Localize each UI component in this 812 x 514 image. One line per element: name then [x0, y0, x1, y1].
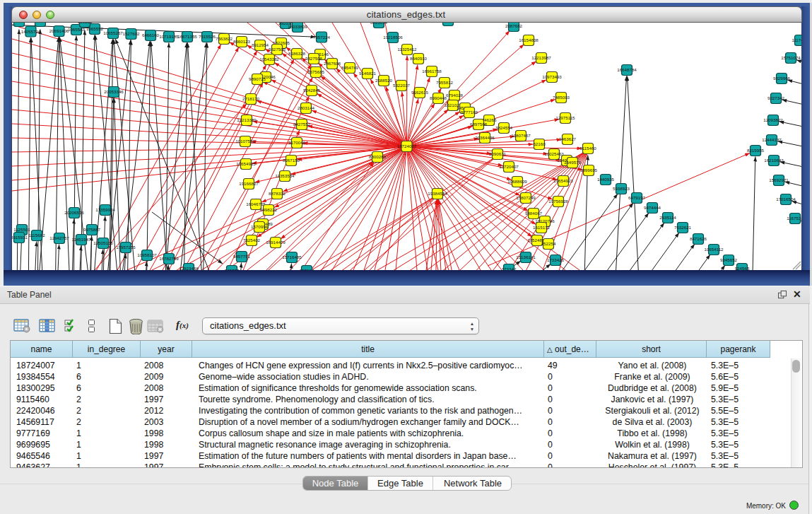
svg-text:2069140: 2069140: [32, 23, 49, 23]
svg-text:10654112: 10654112: [704, 247, 724, 252]
svg-text:7357224: 7357224: [313, 35, 331, 40]
svg-text:6897568: 6897568: [470, 122, 488, 127]
svg-text:16961758: 16961758: [422, 69, 442, 74]
svg-text:10688609: 10688609: [507, 179, 527, 184]
svg-text:16648784: 16648784: [617, 67, 637, 72]
svg-text:11353534: 11353534: [275, 173, 295, 178]
svg-text:17957255: 17957255: [116, 245, 136, 250]
svg-text:9115460: 9115460: [579, 146, 596, 151]
svg-text:12975115: 12975115: [555, 115, 575, 120]
svg-text:1649579: 1649579: [564, 160, 582, 165]
svg-text:5322037: 5322037: [393, 83, 411, 88]
svg-text:7955812: 7955812: [436, 80, 454, 85]
svg-text:3915931: 3915931: [12, 235, 28, 240]
svg-text:2867608: 2867608: [324, 61, 341, 66]
svg-text:9146821: 9146821: [359, 71, 377, 76]
svg-text:6466160: 6466160: [142, 33, 160, 37]
svg-text:252254: 252254: [541, 241, 556, 246]
svg-text:945779: 945779: [225, 268, 240, 270]
svg-text:7563822: 7563822: [216, 36, 233, 41]
svg-text:2588520: 2588520: [375, 78, 393, 83]
svg-text:10107552: 10107552: [235, 139, 255, 144]
svg-text:20691406: 20691406: [49, 28, 69, 33]
svg-text:2935114: 2935114: [659, 215, 676, 220]
svg-text:15807249: 15807249: [516, 195, 536, 200]
svg-text:15692971: 15692971: [769, 177, 789, 182]
svg-text:7625402: 7625402: [243, 238, 261, 243]
svg-text:11325412: 11325412: [397, 47, 417, 52]
svg-text:12213987: 12213987: [531, 55, 551, 60]
svg-text:2718170: 2718170: [242, 96, 260, 101]
svg-text:16154808: 16154808: [519, 37, 539, 42]
svg-text:8427552: 8427552: [293, 122, 311, 127]
svg-text:9777169: 9777169: [461, 110, 478, 115]
svg-text:10654925: 10654925: [236, 161, 256, 166]
svg-text:20206576: 20206576: [64, 210, 84, 215]
svg-text:7515526: 7515526: [199, 34, 216, 39]
svg-text:19756928: 19756928: [548, 199, 568, 204]
svg-text:8813054: 8813054: [370, 23, 388, 25]
svg-text:12505135: 12505135: [93, 240, 113, 245]
svg-text:5675685: 5675685: [307, 69, 325, 74]
svg-text:1065583: 1065583: [68, 27, 86, 32]
svg-text:20053346: 20053346: [104, 89, 124, 94]
svg-text:12923468: 12923468: [179, 266, 199, 270]
svg-text:9457791: 9457791: [233, 254, 251, 259]
svg-text:8878332: 8878332: [269, 191, 286, 196]
svg-text:8640910: 8640910: [410, 56, 428, 61]
svg-text:8186328: 8186328: [288, 51, 306, 56]
svg-text:2803144: 2803144: [298, 105, 315, 110]
svg-text:2090631: 2090631: [489, 151, 507, 156]
svg-text:19218506: 19218506: [383, 35, 403, 40]
svg-text:173342: 173342: [502, 267, 517, 270]
svg-text:15136141: 15136141: [516, 255, 536, 259]
svg-text:19166827: 19166827: [239, 181, 259, 186]
svg-text:10543382: 10543382: [259, 57, 279, 62]
svg-text:9474444: 9474444: [644, 205, 661, 210]
svg-text:62160: 62160: [533, 141, 546, 146]
svg-text:1117420: 1117420: [792, 37, 801, 42]
svg-text:9170046: 9170046: [288, 140, 306, 145]
svg-text:14055724: 14055724: [21, 29, 41, 34]
svg-text:12942757: 12942757: [49, 235, 69, 240]
svg-text:15716485: 15716485: [282, 255, 302, 259]
svg-text:8215955: 8215955: [747, 148, 765, 153]
svg-text:10025463: 10025463: [544, 151, 564, 156]
svg-text:1570994: 1570994: [251, 224, 269, 229]
svg-text:16914479: 16914479: [266, 240, 286, 245]
svg-text:1167533: 1167533: [787, 216, 801, 221]
svg-text:6479197: 6479197: [628, 195, 646, 200]
svg-text:8990448: 8990448: [430, 95, 447, 100]
svg-text:9899695: 9899695: [580, 168, 598, 173]
svg-text:8454749: 8454749: [341, 65, 359, 70]
svg-text:16671355: 16671355: [177, 34, 197, 39]
svg-text:19384554: 19384554: [428, 191, 447, 196]
svg-text:8267150: 8267150: [283, 158, 300, 163]
svg-text:1440935: 1440935: [597, 177, 615, 182]
svg-text:1733426: 1733426: [547, 257, 565, 262]
svg-text:9975887: 9975887: [83, 227, 101, 232]
svg-text:1527602: 1527602: [122, 31, 140, 36]
svg-text:8660123: 8660123: [233, 39, 251, 44]
svg-text:10807467: 10807467: [511, 133, 531, 138]
svg-text:106553: 106553: [78, 23, 93, 24]
svg-text:12093822: 12093822: [763, 117, 783, 122]
svg-text:10973493: 10973493: [542, 74, 562, 79]
svg-text:6498222: 6498222: [260, 207, 278, 212]
svg-text:8471626: 8471626: [690, 236, 707, 241]
svg-text:10958107: 10958107: [137, 252, 157, 257]
svg-text:9890725: 9890725: [249, 76, 266, 81]
svg-text:2055724: 2055724: [12, 23, 28, 23]
svg-text:9245652: 9245652: [720, 257, 738, 262]
svg-text:9162615: 9162615: [411, 90, 429, 95]
svg-text:9463627: 9463627: [559, 136, 577, 141]
svg-text:8300283: 8300283: [369, 154, 387, 159]
svg-text:2087682: 2087682: [505, 23, 523, 28]
svg-text:7632621: 7632621: [674, 225, 692, 230]
svg-text:19654923: 19654923: [553, 178, 573, 183]
svg-text:10655267: 10655267: [103, 30, 123, 35]
svg-text:6794028: 6794028: [446, 93, 464, 98]
svg-text:9227342: 9227342: [767, 95, 785, 100]
svg-text:20364436: 20364436: [475, 135, 495, 140]
svg-text:5938923: 5938923: [613, 186, 630, 191]
